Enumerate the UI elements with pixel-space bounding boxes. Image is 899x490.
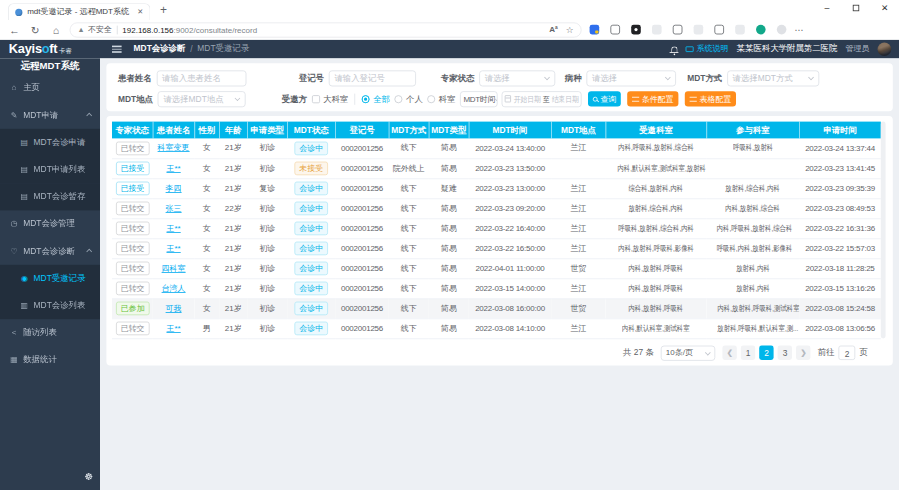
column-header: MDT地点 xyxy=(551,122,605,139)
sidebar-item-MDT会诊管理[interactable]: ◷MDT会诊管理 xyxy=(0,210,100,237)
extension-icon[interactable] xyxy=(652,25,662,35)
expert-status-badge: 已转交 xyxy=(116,242,150,256)
browser-chrome: mdt受邀记录 - 远程MDT系统 ✕ + – ✕ ← ↻ ⌂ ▲ 不安全 19… xyxy=(0,0,899,40)
system-help-link[interactable]: 系统说明 xyxy=(685,43,728,54)
user-icon: ◉ xyxy=(20,274,29,283)
chevron-down-icon xyxy=(705,349,711,355)
reg-no-input[interactable]: 请输入登记号 xyxy=(329,70,416,86)
patient-name-link[interactable]: 王** xyxy=(166,324,180,333)
sidebar-item-MDT申请列表[interactable]: ▤MDT申请列表 xyxy=(0,156,100,183)
window-close-button[interactable]: ✕ xyxy=(870,0,899,18)
browser-tab[interactable]: mdt受邀记录 - 远程MDT系统 ✕ xyxy=(8,3,150,20)
radio-dept[interactable] xyxy=(427,95,435,103)
mdt-status-badge: 会诊中 xyxy=(294,202,328,216)
patient-name-link[interactable]: 王** xyxy=(166,224,180,233)
favorites-star-icon[interactable]: ☆ xyxy=(566,24,574,34)
prev-page-button[interactable]: ❮ xyxy=(723,346,737,360)
condition-config-button[interactable]: 条件配置 xyxy=(627,91,678,106)
extension-icon[interactable] xyxy=(756,25,766,35)
time-type-select[interactable]: MDT时间 xyxy=(460,91,498,107)
goto-suffix: 页 xyxy=(859,347,867,358)
address-input[interactable]: ▲ 不安全 192.168.0.156:9002/consultate/reco… xyxy=(70,22,582,37)
sidebar-title: 远程MDT系统 xyxy=(0,58,100,74)
notification-bell-icon[interactable] xyxy=(671,46,677,52)
sidebar-item-MDT申请[interactable]: ✎MDT申请 xyxy=(0,101,100,128)
tab-close-icon[interactable]: ✕ xyxy=(137,8,143,16)
page-size-select[interactable]: 10条/页 xyxy=(661,345,715,360)
record-table: 专家状态患者姓名性别年龄申请类型MDT状态登记号MDT方式MDT类型MDT时间M… xyxy=(112,122,881,339)
column-header: 登记号 xyxy=(335,122,389,139)
big-dept-checkbox[interactable] xyxy=(312,95,320,103)
read-aloud-icon[interactable]: Aa xyxy=(549,25,557,34)
extension-icon[interactable] xyxy=(590,25,600,35)
heart-icon: ♡ xyxy=(10,246,19,255)
mdt-status-badge: 会诊中 xyxy=(294,222,328,236)
extension-icon[interactable] xyxy=(610,25,620,35)
mdt-mode-select[interactable]: 请选择MDT方式 xyxy=(727,70,819,86)
sidebar-item-随访列表[interactable]: <随访列表 xyxy=(0,319,100,346)
extension-icon[interactable] xyxy=(673,25,683,35)
app-header: Kayisoft卡睿 MDT会诊诊断 / MDT受邀记录 系统说明 某某医科大学… xyxy=(0,40,899,58)
expert-status-badge: 已参加 xyxy=(116,302,150,316)
mdt-place-select[interactable]: 请选择MDT地点 xyxy=(158,91,246,107)
back-button[interactable]: ← xyxy=(4,24,25,36)
sidebar-item-MDT会诊诊断[interactable]: ♡MDT会诊诊断 xyxy=(0,237,100,264)
extension-icon[interactable] xyxy=(631,25,641,35)
window-maximize-button[interactable] xyxy=(841,0,870,18)
table-scrollbar[interactable] xyxy=(881,122,886,339)
menu-collapse-icon[interactable] xyxy=(112,46,122,53)
disease-select[interactable]: 请选择 xyxy=(586,70,676,86)
column-header: 申请类型 xyxy=(247,122,287,139)
page-button-2[interactable]: 2 xyxy=(759,346,773,360)
browser-profile-icon[interactable] xyxy=(777,25,787,35)
goto-page-input[interactable]: 2 xyxy=(839,346,856,360)
url-text: 192.168.0.156:9002/consultate/record xyxy=(122,25,257,34)
search-button[interactable]: 查询 xyxy=(588,91,621,106)
page-button-1[interactable]: 1 xyxy=(741,346,755,360)
date-range-input[interactable]: 开始日期 至 结束日期 xyxy=(502,91,582,107)
new-tab-button[interactable]: + xyxy=(160,5,167,15)
sidebar-item-数据统计[interactable]: ▦数据统计 xyxy=(0,346,100,373)
user-avatar[interactable] xyxy=(877,42,891,56)
patient-name-link[interactable]: 科室变更 xyxy=(158,143,190,152)
search-icon xyxy=(593,96,598,101)
window-minimize-button[interactable]: – xyxy=(813,0,842,18)
browser-split-icon[interactable] xyxy=(714,25,724,35)
extension-icon[interactable] xyxy=(694,25,704,35)
browser-tab-bar: mdt受邀记录 - 远程MDT系统 ✕ + – ✕ xyxy=(0,0,899,20)
next-page-button[interactable]: ❯ xyxy=(796,346,810,360)
column-header: MDT状态 xyxy=(287,122,335,139)
chevron-down-icon xyxy=(665,75,671,81)
config-icon xyxy=(690,96,697,101)
patient-name-link[interactable]: 台湾人 xyxy=(162,284,186,293)
patient-name-link[interactable]: 王** xyxy=(166,164,180,173)
patient-name-link[interactable]: 张三 xyxy=(166,204,182,213)
extension-icon[interactable] xyxy=(735,25,745,35)
patient-name-link[interactable]: 李四 xyxy=(166,184,182,193)
settings-gear-icon[interactable]: ☸ xyxy=(84,471,93,482)
patient-name-input[interactable]: 请输入患者姓名 xyxy=(156,70,246,86)
browser-menu-icon[interactable]: ⋯ xyxy=(794,24,804,34)
radio-all[interactable] xyxy=(362,95,370,103)
expert-status-badge: 已转交 xyxy=(116,262,150,276)
sidebar-item-MDT会诊列表[interactable]: ▥MDT会诊列表 xyxy=(0,292,100,319)
sidebar-item-MDT受邀记录[interactable]: ◉MDT受邀记录 xyxy=(0,264,100,291)
sidebar-item-MDT会诊申请[interactable]: ▤MDT会诊申请 xyxy=(0,128,100,155)
patient-name-link[interactable]: 四科室 xyxy=(162,264,186,273)
radio-personal[interactable] xyxy=(395,95,403,103)
expert-status-select[interactable]: 请选择 xyxy=(479,70,555,86)
sidebar-item-主页[interactable]: ⌂主页 xyxy=(0,74,100,101)
sidebar-item-MDT会诊暂存[interactable]: ▤MDT会诊暂存 xyxy=(0,183,100,210)
patient-name-link[interactable]: 王** xyxy=(166,244,180,253)
share-icon: < xyxy=(10,328,19,337)
home-button[interactable]: ⌂ xyxy=(46,24,67,36)
table-config-button[interactable]: 表格配置 xyxy=(685,91,736,106)
browser-address-bar: ← ↻ ⌂ ▲ 不安全 192.168.0.156:9002/consultat… xyxy=(0,20,899,40)
expert-status-badge: 已接受 xyxy=(116,162,150,176)
page-button-3[interactable]: 3 xyxy=(778,346,792,360)
patient-name-link[interactable]: 可我 xyxy=(166,304,182,313)
main-content: 患者姓名 请输入患者姓名 登记号 请输入登记号 专家状态 请选择 病种 请选择 … xyxy=(100,58,899,490)
refresh-button[interactable]: ↻ xyxy=(25,24,46,36)
reg-no-label: 登记号 xyxy=(299,72,324,83)
user-role: 管理员 xyxy=(845,43,869,54)
